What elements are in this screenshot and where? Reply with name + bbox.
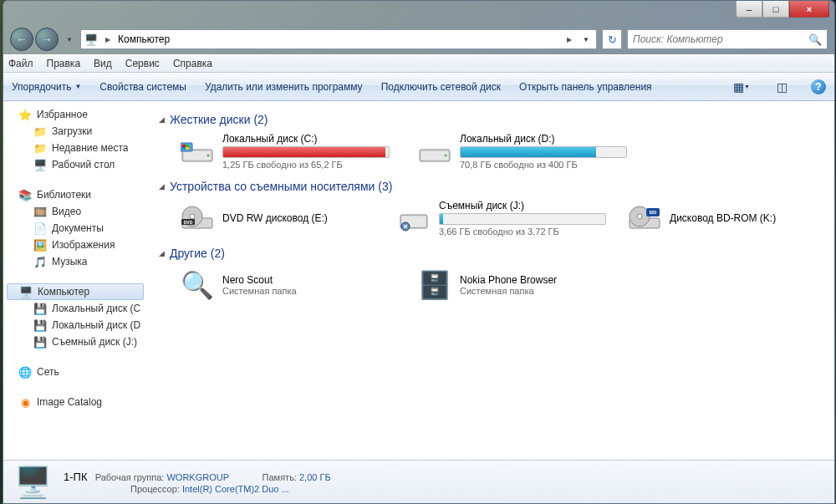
command-bar: Упорядочить ▼ Свойства системы Удалить и… — [3, 73, 834, 101]
hdd-icon — [416, 133, 453, 170]
catalog-icon: ◉ — [18, 395, 32, 409]
nero-scout[interactable]: 🔍 Nero Scout Системная папка — [179, 267, 396, 303]
nokia-browser[interactable]: 🗄️ Nokia Phone Browser Системная папка — [416, 267, 634, 303]
drive-label: Съемный диск (J:) — [439, 200, 606, 211]
sidebar-network[interactable]: 🌐Сеть — [3, 364, 147, 380]
svg-rect-9 — [421, 151, 448, 160]
refresh-button[interactable]: ↻ — [602, 29, 622, 49]
svg-rect-1 — [184, 151, 211, 160]
drive-bd[interactable]: BD Дисковод BD-ROM (K:) — [626, 200, 823, 237]
content-area: ⭐Избранное 📁Загрузки 📁Недавние места 🖥️Р… — [3, 101, 834, 460]
sidebar-documents[interactable]: 📄Документы — [3, 220, 147, 237]
cpu-label: Процессор: — [130, 484, 180, 494]
menu-help[interactable]: Справка — [173, 58, 212, 69]
svg-text:DVD: DVD — [184, 220, 193, 225]
address-text[interactable]: Компьютер — [118, 33, 559, 45]
drive-dvd[interactable]: DVD DVD RW дисковод (E:) — [179, 200, 375, 237]
folder-label: Nero Scout — [222, 274, 297, 286]
sidebar-drive-j[interactable]: 💾Съемный диск (J:) — [3, 333, 147, 350]
group-removable[interactable]: ◢ Устройства со съемными носителями (3) — [159, 180, 823, 193]
bd-icon: BD — [626, 200, 663, 237]
back-button[interactable]: ← — [10, 28, 33, 51]
sidebar-downloads[interactable]: 📁Загрузки — [3, 123, 147, 140]
sidebar-desktop[interactable]: 🖥️Рабочий стол — [3, 156, 147, 173]
drive-space-text: 70,8 ГБ свободно из 400 ГБ — [460, 160, 634, 170]
sidebar-music[interactable]: 🎵Музыка — [3, 253, 147, 270]
drive-usage-bar — [460, 146, 627, 158]
close-button[interactable]: × — [789, 1, 829, 18]
drive-c[interactable]: Локальный диск (C:) 1,25 ГБ свободно из … — [179, 133, 396, 170]
uninstall-program-button[interactable]: Удалить или изменить программу — [205, 81, 363, 93]
sidebar-favorites[interactable]: ⭐Избранное — [3, 106, 147, 123]
view-options-button[interactable]: ▦▼ — [731, 78, 752, 96]
computer-icon: 🖥️ — [12, 465, 54, 500]
drive-j[interactable]: Съемный диск (J:) 3,66 ГБ свободно из 3,… — [395, 200, 606, 237]
organize-button[interactable]: Упорядочить ▼ — [12, 81, 81, 93]
map-drive-button[interactable]: Подключить сетевой диск — [381, 81, 501, 93]
system-properties-button[interactable]: Свойства системы — [99, 81, 186, 93]
drive-label: DVD RW дисковод (E:) — [222, 212, 375, 224]
collapse-icon[interactable]: ◢ — [159, 182, 165, 191]
address-dropdown[interactable]: ▼ — [579, 36, 593, 43]
video-icon: 🎞️ — [33, 205, 47, 218]
drive-space-text: 1,25 ГБ свободно из 65,2 ГБ — [222, 160, 396, 170]
menu-tools[interactable]: Сервис — [125, 58, 160, 69]
network-icon: 🌐 — [18, 365, 32, 379]
recent-icon: 📁 — [33, 141, 47, 155]
svg-point-10 — [445, 155, 447, 157]
menu-edit[interactable]: Правка — [47, 58, 81, 69]
items-view: ◢ Жесткие диски (2) Локальный диск (C:) … — [147, 101, 834, 460]
drive-d[interactable]: Локальный диск (D:) 70,8 ГБ свободно из … — [416, 133, 634, 170]
collapse-icon[interactable]: ◢ — [159, 115, 165, 124]
help-button[interactable]: ? — [811, 79, 826, 94]
explorer-window: – □ × ← → ▼ 🖥️ ▶ Компьютер ▶ ▼ ↻ 🔍 Файл … — [3, 0, 835, 504]
star-icon: ⭐ — [18, 108, 32, 121]
sidebar-recent[interactable]: 📁Недавние места — [3, 140, 147, 156]
breadcrumb-arrow-icon[interactable]: ▶ — [101, 33, 115, 46]
svg-point-13 — [190, 214, 195, 219]
sidebar-libraries[interactable]: 📚Библиотеки — [3, 186, 147, 203]
svg-text:BD: BD — [650, 210, 657, 215]
titlebar[interactable]: – □ × — [3, 1, 834, 24]
sidebar-drive-c[interactable]: 💾Локальный диск (C:) — [3, 300, 147, 317]
forward-button[interactable]: → — [35, 28, 59, 51]
sidebar-computer[interactable]: 🖥️Компьютер — [7, 283, 144, 300]
sidebar-pictures[interactable]: 🖼️Изображения — [3, 237, 147, 253]
drive-usage-bar — [222, 146, 390, 158]
collapse-icon[interactable]: ◢ — [159, 249, 165, 257]
nokia-icon: 🗄️ — [416, 267, 453, 303]
search-icon[interactable]: 🔍 — [808, 33, 822, 46]
drive-label: Локальный диск (C:) — [222, 133, 396, 145]
navigation-bar: ← → ▼ 🖥️ ▶ Компьютер ▶ ▼ ↻ 🔍 — [3, 24, 834, 54]
svg-rect-6 — [182, 147, 186, 150]
sidebar-videos[interactable]: 🎞️Видео — [3, 203, 147, 220]
library-icon: 📚 — [18, 188, 32, 201]
image-icon: 🖼️ — [33, 238, 47, 252]
drive-usage-bar — [439, 213, 606, 225]
search-box[interactable]: 🔍 — [627, 29, 828, 49]
group-hard-drives[interactable]: ◢ Жесткие диски (2) — [159, 113, 823, 126]
search-input[interactable] — [633, 33, 808, 45]
menu-view[interactable]: Вид — [94, 58, 112, 69]
maximize-button[interactable]: □ — [762, 1, 789, 18]
memory-value: 2,00 ГБ — [299, 472, 331, 482]
control-panel-button[interactable]: Открыть панель управления — [519, 81, 652, 93]
sidebar-drive-d[interactable]: 💾Локальный диск (D:) — [3, 317, 147, 333]
navigation-pane: ⭐Избранное 📁Загрузки 📁Недавние места 🖥️Р… — [3, 101, 147, 460]
breadcrumb-arrow-icon[interactable]: ▶ — [563, 33, 576, 46]
group-other[interactable]: ◢ Другие (2) — [159, 247, 823, 260]
hdd-icon: 💾 — [33, 318, 47, 332]
memory-label: Память: — [263, 472, 297, 482]
menu-file[interactable]: Файл — [8, 58, 33, 69]
document-icon: 📄 — [33, 221, 47, 235]
hdd-icon: 💾 — [33, 302, 47, 315]
svg-rect-5 — [186, 145, 189, 147]
hdd-icon — [179, 133, 216, 170]
sidebar-image-catalog[interactable]: ◉Image Catalog — [3, 394, 147, 410]
minimize-button[interactable]: – — [736, 1, 762, 18]
history-dropdown[interactable]: ▼ — [64, 30, 75, 48]
address-bar[interactable]: 🖥️ ▶ Компьютер ▶ ▼ — [80, 29, 597, 49]
drive-label: Локальный диск (D:) — [460, 133, 634, 145]
preview-pane-button[interactable]: ◫ — [771, 78, 793, 96]
details-pane: 🖥️ 1-ПК Рабочая группа: WORKGROUP Память… — [3, 460, 834, 503]
